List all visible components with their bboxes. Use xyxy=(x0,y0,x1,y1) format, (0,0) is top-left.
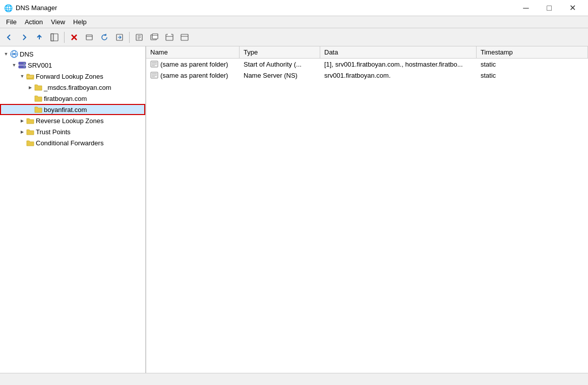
folder-icon-cf xyxy=(26,139,34,147)
svg-point-24 xyxy=(13,53,15,55)
folder-open-icon xyxy=(26,72,34,80)
tree-label-dns: DNS xyxy=(20,50,33,58)
menu-help[interactable]: Help xyxy=(69,16,91,28)
help-button[interactable] xyxy=(162,30,177,44)
tree-label-msdcs: _msdcs.firatboyan.com xyxy=(44,84,111,91)
server-icon xyxy=(18,61,26,69)
row2-type: Name Server (NS) xyxy=(240,70,320,81)
close-button[interactable]: ✕ xyxy=(561,0,584,16)
back-button[interactable] xyxy=(2,30,16,44)
list-header: Name Type Data Timestamp xyxy=(146,46,588,59)
dns-expander: ▼ xyxy=(2,51,10,57)
delete-button[interactable] xyxy=(67,30,81,44)
up-button[interactable] xyxy=(32,30,46,44)
row1-data: [1], srv001.firatboyan.com., hostmaster.… xyxy=(320,59,477,70)
export-button[interactable] xyxy=(82,30,96,44)
menu-action[interactable]: Action xyxy=(21,16,47,28)
minimize-button[interactable]: ─ xyxy=(514,0,538,16)
properties-button[interactable] xyxy=(132,30,146,44)
tree-item-firatboyan[interactable]: firatboyan.com xyxy=(0,93,145,104)
svg-rect-13 xyxy=(152,34,158,39)
srv001-expander: ▼ xyxy=(10,63,18,68)
zone-icon-msdcs xyxy=(34,83,42,91)
svg-rect-17 xyxy=(168,34,169,36)
show-console-button[interactable] xyxy=(47,30,62,44)
col-header-type[interactable]: Type xyxy=(240,46,320,58)
tree-item-srv001[interactable]: ▼ SRV001 xyxy=(0,60,145,71)
toolbar xyxy=(0,28,588,46)
app-title: DNS Manager xyxy=(16,4,57,12)
toolbar-sep2 xyxy=(129,32,130,43)
svg-rect-4 xyxy=(86,35,92,40)
tree-label-srv001: SRV001 xyxy=(28,62,52,69)
zone-icon-firatboyan xyxy=(34,94,42,102)
maximize-button[interactable]: □ xyxy=(538,0,561,16)
record-icon-1 xyxy=(150,60,158,68)
record-icon-2 xyxy=(150,71,158,79)
row1-type: Start of Authority (... xyxy=(240,59,320,70)
status-bar xyxy=(0,373,588,385)
table-row[interactable]: (same as parent folder) Name Server (NS)… xyxy=(146,70,588,81)
svg-rect-1 xyxy=(51,34,53,41)
col-header-data[interactable]: Data xyxy=(320,46,477,58)
svg-rect-19 xyxy=(181,34,188,40)
forward-button[interactable] xyxy=(17,30,31,44)
dns-icon xyxy=(10,50,18,58)
rlz-expander: ▶ xyxy=(18,119,26,123)
svg-rect-18 xyxy=(169,34,171,36)
tree-label-firatboyan: firatboyan.com xyxy=(44,95,87,102)
list-body: (same as parent folder) Start of Authori… xyxy=(146,59,588,373)
menu-bar: File Action View Help xyxy=(0,16,588,28)
import-button[interactable] xyxy=(112,30,127,44)
window-controls: ─ □ ✕ xyxy=(514,0,584,16)
about-button[interactable] xyxy=(178,30,192,44)
table-row[interactable]: (same as parent folder) Start of Authori… xyxy=(146,59,588,70)
tree-label-tp: Trust Points xyxy=(36,128,71,136)
right-panel: Name Type Data Timestamp (same as parent… xyxy=(146,46,588,373)
folder-icon-rlz xyxy=(26,117,34,125)
refresh-button[interactable] xyxy=(97,30,111,44)
main-content: ▼ DNS ▼ SRV001 xyxy=(0,46,588,373)
tree-label-cf: Conditional Forwarders xyxy=(36,139,103,147)
col-header-timestamp[interactable]: Timestamp xyxy=(477,46,588,58)
svg-point-27 xyxy=(24,63,25,64)
tree-label-rlz: Reverse Lookup Zones xyxy=(36,117,103,125)
menu-view[interactable]: View xyxy=(47,16,69,28)
folder-icon-tp xyxy=(26,128,34,136)
tree-label-flz: Forward Lookup Zones xyxy=(36,73,103,80)
flz-expander: ▼ xyxy=(18,74,26,79)
tree-item-trust-points[interactable]: ▶ Trust Points xyxy=(0,126,145,137)
title-bar: 🌐 DNS Manager ─ □ ✕ xyxy=(0,0,588,16)
new-window-button[interactable] xyxy=(147,30,161,44)
tree-item-reverse-lookup-zones[interactable]: ▶ Reverse Lookup Zones xyxy=(0,115,145,126)
tree-item-msdcs[interactable]: ▶ _msdcs.firatboyan.com xyxy=(0,82,145,93)
msdcs-expander: ▶ xyxy=(26,85,34,90)
row2-name: (same as parent folder) xyxy=(146,70,240,81)
tree-item-forward-lookup-zones[interactable]: ▼ Forward Lookup Zones xyxy=(0,71,145,82)
col-header-name[interactable]: Name xyxy=(146,46,240,58)
row2-timestamp: static xyxy=(477,70,588,81)
toolbar-sep1 xyxy=(64,32,65,43)
app-icon: 🌐 xyxy=(4,4,13,12)
svg-point-28 xyxy=(24,67,25,68)
tree-item-boyanfirat[interactable]: boyanfirat.com xyxy=(0,104,145,115)
zone-icon-boyanfirat xyxy=(34,105,42,114)
menu-file[interactable]: File xyxy=(2,16,21,28)
row1-timestamp: static xyxy=(477,59,588,70)
tree-label-boyanfirat: boyanfirat.com xyxy=(44,106,87,114)
title-bar-left: 🌐 DNS Manager xyxy=(4,4,57,12)
tree-item-conditional-forwarders[interactable]: Conditional Forwarders xyxy=(0,137,145,148)
tree-item-dns[interactable]: ▼ DNS xyxy=(0,48,145,60)
tree-panel[interactable]: ▼ DNS ▼ SRV001 xyxy=(0,46,146,373)
row2-data: srv001.firatboyan.com. xyxy=(320,70,477,81)
row1-name: (same as parent folder) xyxy=(146,59,240,70)
tp-expander: ▶ xyxy=(18,130,26,134)
